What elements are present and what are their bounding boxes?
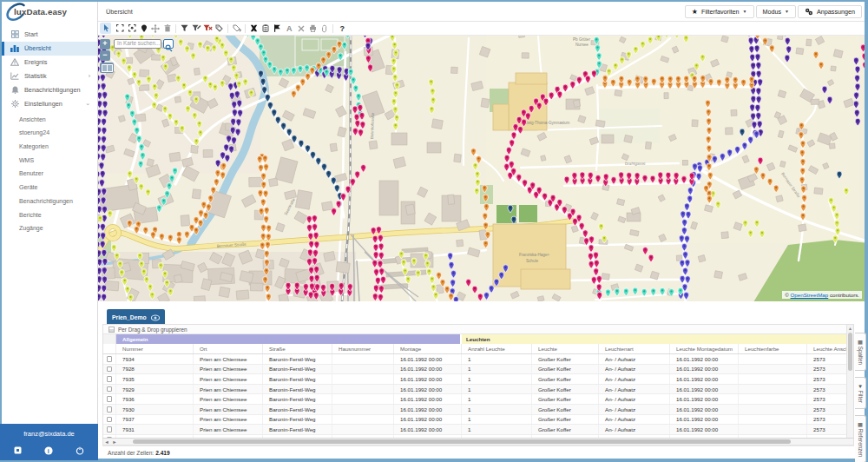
svg-text:Ludwig-Thoma-Gymnasium: Ludwig-Thoma-Gymnasium: [521, 121, 570, 125]
svg-text:Schule: Schule: [526, 259, 538, 263]
svg-text:Nursee: Nursee: [575, 43, 589, 47]
svg-text:Drahtgasse: Drahtgasse: [625, 162, 646, 166]
svg-text:i: i: [48, 448, 49, 454]
svg-text:?: ?: [339, 24, 345, 33]
svg-text:Franziska-Hager-: Franziska-Hager-: [519, 253, 550, 257]
svg-text:A: A: [286, 24, 293, 32]
svg-text:Pb Grüter: Pb Grüter: [573, 37, 590, 42]
svg-text:Bahnhofstraße: Bahnhofstraße: [370, 112, 375, 139]
